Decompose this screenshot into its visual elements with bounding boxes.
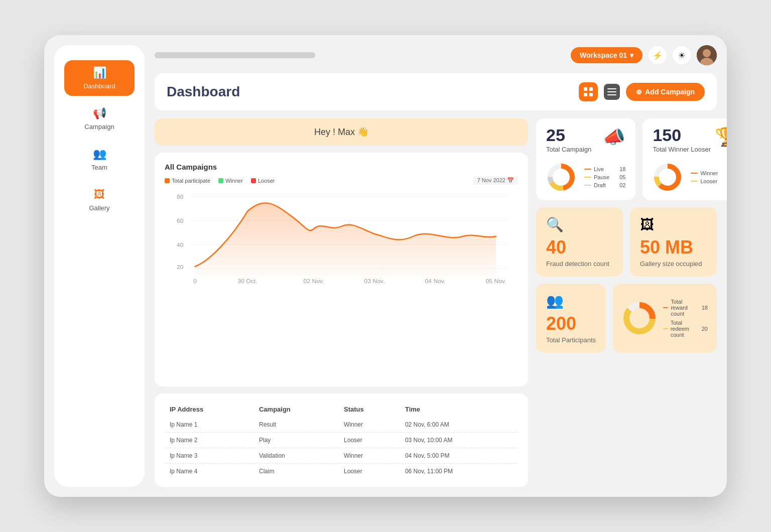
chart-card: All Campaigns Total participate Winner — [155, 153, 528, 386]
legend-label-participate: Total participate — [172, 178, 210, 184]
status-cell: Looser — [339, 433, 400, 448]
reward-legend: Total rewardcount 18 Total redeemcount 2… — [663, 299, 708, 338]
gallery-label: Gallery size occupied — [640, 260, 707, 268]
chart-date: 7 Nov 2022 📅 — [473, 176, 518, 185]
legend-reward: Total rewardcount 18 — [663, 299, 708, 317]
svg-text:40: 40 — [177, 242, 183, 247]
legend-label-winner: Winner — [225, 178, 243, 184]
list-view-button[interactable] — [604, 84, 620, 100]
looser-line — [691, 181, 698, 182]
search-bar[interactable] — [155, 52, 315, 58]
sidebar-item-gallery[interactable]: 🖼 Gallery — [64, 182, 135, 218]
total-winner-card: 150 Total Winner Looser 🏆 — [642, 118, 727, 200]
table-row: Ip Name 4ClaimLooser06 Nov, 11:00 PM — [165, 464, 518, 479]
sun-button[interactable]: ☀ — [673, 46, 691, 64]
legend-live: Live 18 — [584, 166, 625, 172]
col-campaign: Campaign — [254, 402, 339, 417]
fraud-icon: 🔍 — [546, 216, 613, 233]
svg-rect-6 — [589, 93, 593, 96]
sidebar-item-label: Gallery — [89, 204, 109, 212]
reward-line — [663, 307, 668, 308]
participants-number: 200 — [546, 313, 596, 334]
legend-winner: Winner 130 — [691, 170, 727, 176]
sidebar-item-label: Team — [91, 164, 107, 171]
sidebar-item-label: Campaign — [84, 123, 114, 130]
svg-text:30 Oct.: 30 Oct. — [238, 278, 258, 284]
campaign-legend: Live 18 Pause 05 — [584, 166, 625, 188]
chevron-down-icon: ▾ — [630, 51, 633, 59]
live-line — [584, 169, 591, 170]
ip-cell: Ip Name 3 — [165, 448, 254, 464]
status-cell: Winner — [339, 417, 400, 433]
gallery-icon: 🖼 — [94, 188, 105, 201]
stat-top: 150 Total Winner Looser 🏆 — [653, 126, 727, 153]
sidebar-item-dashboard[interactable]: 📊 Dashboard — [64, 60, 135, 96]
participants-card: 👥 200 Total Participants — [536, 284, 606, 353]
sidebar-item-team[interactable]: 👥 Team — [64, 142, 135, 177]
thunder-button[interactable]: ⚡ — [649, 46, 667, 64]
winner-legend: Winner 130 Looser 20 — [691, 170, 727, 184]
avatar[interactable] — [697, 45, 717, 65]
reward-card: Total rewardcount 18 Total redeemcount 2… — [613, 284, 717, 353]
pause-label: Pause — [594, 174, 609, 180]
participants-icon: 👥 — [546, 293, 596, 309]
workspace-button[interactable]: Workspace 01 ▾ — [571, 47, 642, 63]
svg-rect-9 — [607, 94, 616, 95]
status-cell: Looser — [339, 464, 400, 479]
gallery-number: 50 MB — [640, 237, 707, 258]
campaign-emoji: 📣 — [603, 126, 625, 148]
greeting-text: Hey ! Max 👋 — [314, 127, 368, 137]
legend-pause: Pause 05 — [584, 174, 625, 180]
legend-dot-winner — [218, 178, 223, 183]
dashboard-icon: 📊 — [93, 66, 106, 79]
legend-label-looser: Looser — [258, 178, 275, 184]
legend-dot-looser — [251, 178, 256, 183]
legend-dot-participate — [165, 178, 170, 183]
page-header: Dashboard — [155, 73, 717, 110]
add-campaign-label: Add Campaign — [645, 88, 695, 96]
add-icon: ⊕ — [636, 88, 642, 96]
main-content: Workspace 01 ▾ ⚡ ☀ — [145, 35, 727, 497]
sun-icon: ☀ — [678, 51, 685, 60]
campaign-cell: Result — [254, 417, 339, 433]
bottom-stats-row: 👥 200 Total Participants — [536, 284, 717, 353]
redeem-line — [663, 328, 668, 329]
total-campaign-label: Total Campaign — [546, 146, 591, 153]
reward-label: Total rewardcount — [671, 299, 692, 317]
sidebar-item-label: Dashboard — [83, 82, 115, 90]
svg-text:80: 80 — [177, 194, 183, 199]
left-panel: Hey ! Max 👋 All Campaigns Total particip… — [155, 118, 528, 487]
total-campaign-number: 25 — [546, 126, 591, 144]
sidebar-item-campaign[interactable]: 📢 Campaign — [64, 101, 135, 137]
legend-draft: Draft 02 — [584, 182, 625, 188]
looser-label: Looser — [700, 178, 717, 184]
fraud-label: Fraud detection count — [546, 260, 613, 268]
total-winner-label: Total Winner Looser — [653, 146, 711, 153]
table-row: Ip Name 3ValidationWinner04 Nov, 5:00 PM — [165, 448, 518, 464]
svg-text:60: 60 — [177, 218, 183, 223]
grid-view-button[interactable] — [579, 82, 598, 101]
table-row: Ip Name 2PlayLooser03 Nov, 10:00 AM — [165, 433, 518, 448]
legend-winner: Winner — [218, 178, 243, 184]
legend-total-participate: Total participate — [165, 178, 210, 184]
gallery-icon: 🖼 — [640, 216, 707, 233]
fraud-number: 40 — [546, 237, 613, 258]
winner-label: Winner — [700, 170, 718, 176]
ip-cell: Ip Name 2 — [165, 433, 254, 448]
fraud-detection-card: 🔍 40 Fraud detection count — [536, 207, 623, 277]
team-icon: 👥 — [93, 148, 106, 161]
svg-text:02 Nov.: 02 Nov. — [304, 278, 324, 284]
total-campaign-card: 25 Total Campaign 📣 — [536, 118, 635, 200]
stat-info: 150 Total Winner Looser — [653, 126, 711, 153]
legend-looser: Looser 20 — [691, 178, 727, 184]
campaign-cell: Play — [254, 433, 339, 448]
pause-line — [584, 177, 591, 178]
mid-stats-row: 🔍 40 Fraud detection count 🖼 50 MB Galle… — [536, 207, 717, 277]
winner-donut — [653, 162, 683, 192]
campaign-cell: Validation — [254, 448, 339, 464]
svg-rect-7 — [607, 88, 616, 89]
gallery-size-card: 🖼 50 MB Gallery size occupied — [630, 207, 717, 277]
add-campaign-button[interactable]: ⊕ Add Campaign — [626, 83, 705, 101]
col-status: Status — [339, 402, 400, 417]
greeting-banner: Hey ! Max 👋 — [155, 118, 528, 146]
